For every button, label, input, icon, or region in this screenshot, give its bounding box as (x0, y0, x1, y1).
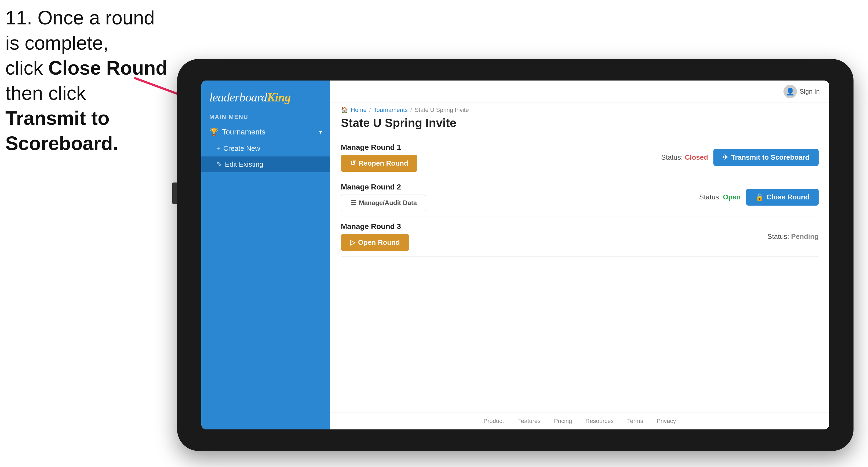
manage-audit-data-button[interactable]: ☰ Manage/Audit Data (341, 195, 426, 211)
sidebar-item-tournaments[interactable]: 🏆 Tournaments ▾ (201, 123, 330, 141)
footer-terms[interactable]: Terms (627, 417, 643, 425)
round-2-right: Status: Open 🔒 Close Round (699, 189, 818, 206)
main-menu-label: MAIN MENU (201, 111, 330, 123)
round-2-status: Status: Open (699, 193, 741, 201)
open-label: Open Round (358, 238, 400, 247)
tablet-screen: leaderboardKing MAIN MENU 🏆 Tournaments … (201, 81, 829, 429)
sidebar-logo: leaderboardKing (201, 81, 330, 111)
breadcrumb-home[interactable]: Home (351, 106, 367, 114)
home-icon: 🏠 (341, 106, 348, 114)
round-3-section: Manage Round 3 ▷ Open Round Status: Pend… (341, 217, 818, 257)
content-area: Manage Round 1 ↺ Reopen Round Status: Cl… (330, 135, 829, 412)
audit-label: Manage/Audit Data (359, 199, 417, 207)
trophy-icon: 🏆 (209, 127, 219, 136)
reopen-icon: ↺ (350, 159, 356, 167)
transmit-icon: ✈ (722, 153, 728, 162)
round-2-buttons: ☰ Manage/Audit Data (341, 195, 426, 211)
breadcrumb-sep-1: / (369, 106, 371, 114)
plus-icon: + (216, 145, 220, 152)
round-1-right: Status: Closed ✈ Transmit to Scoreboard (661, 149, 818, 166)
edit-icon: ✎ (216, 161, 222, 168)
edit-existing-label: Edit Existing (225, 160, 263, 168)
footer-product[interactable]: Product (484, 417, 504, 425)
main-content: 👤 Sign In 🏠 Home / Tournaments / State U… (330, 81, 829, 429)
round-1-buttons: ↺ Reopen Round (341, 155, 417, 172)
reopen-round-button[interactable]: ↺ Reopen Round (341, 155, 417, 172)
instruction-text: 11. Once a round is complete, click Clos… (5, 5, 172, 156)
round-3-title: Manage Round 3 (341, 222, 409, 231)
round-3-status-value: Pending (791, 232, 818, 241)
create-new-label: Create New (223, 145, 260, 153)
footer-features[interactable]: Features (517, 417, 540, 425)
transmit-label: Transmit to Scoreboard (731, 153, 809, 162)
round-2-section: Manage Round 2 ☰ Manage/Audit Data Statu… (341, 178, 818, 217)
round-2-title: Manage Round 2 (341, 183, 426, 191)
footer-resources[interactable]: Resources (585, 417, 614, 425)
round-2-left: Manage Round 2 ☰ Manage/Audit Data (341, 183, 426, 211)
round-1-title: Manage Round 1 (341, 143, 417, 152)
close-label: Close Round (767, 193, 809, 201)
breadcrumb-current: State U Spring Invite (415, 106, 469, 114)
user-icon: 👤 (786, 88, 795, 96)
sidebar-item-label: Tournaments (222, 128, 319, 136)
sidebar-item-create-new[interactable]: + Create New (201, 141, 330, 156)
footer-pricing[interactable]: Pricing (554, 417, 572, 425)
round-3-left: Manage Round 3 ▷ Open Round (341, 222, 409, 251)
round-1-section: Manage Round 1 ↺ Reopen Round Status: Cl… (341, 138, 818, 178)
sidebar-nav: 🏆 Tournaments ▾ + Create New ✎ Edit Exis… (201, 123, 330, 172)
close-icon: 🔒 (755, 193, 764, 201)
tablet-frame: leaderboardKing MAIN MENU 🏆 Tournaments … (177, 59, 854, 451)
round-1-status-value: Closed (685, 153, 708, 161)
chevron-down-icon: ▾ (319, 129, 322, 135)
reopen-label: Reopen Round (359, 159, 408, 167)
open-round-button[interactable]: ▷ Open Round (341, 234, 409, 251)
round-1-left: Manage Round 1 ↺ Reopen Round (341, 143, 417, 172)
sign-in-button[interactable]: 👤 Sign In (783, 85, 820, 98)
open-icon: ▷ (350, 238, 355, 247)
breadcrumb: 🏠 Home / Tournaments / State U Spring In… (330, 103, 829, 115)
breadcrumb-tournaments[interactable]: Tournaments (374, 106, 408, 114)
round-3-buttons: ▷ Open Round (341, 234, 409, 251)
page-title: State U Spring Invite (330, 115, 829, 135)
breadcrumb-sep-2: / (410, 106, 412, 114)
audit-icon: ☰ (350, 199, 356, 207)
top-bar: 👤 Sign In (330, 81, 829, 103)
close-round-button[interactable]: 🔒 Close Round (746, 189, 818, 206)
sign-in-label: Sign In (800, 88, 820, 95)
round-3-status: Status: Pending (767, 232, 818, 241)
round-1-status: Status: Closed (661, 153, 708, 162)
sidebar-item-edit-existing[interactable]: ✎ Edit Existing (201, 156, 330, 172)
footer: Product Features Pricing Resources Terms… (330, 412, 829, 429)
transmit-to-scoreboard-button[interactable]: ✈ Transmit to Scoreboard (713, 149, 818, 166)
footer-privacy[interactable]: Privacy (656, 417, 676, 425)
sidebar: leaderboardKing MAIN MENU 🏆 Tournaments … (201, 81, 330, 429)
round-2-status-value: Open (723, 193, 741, 201)
avatar: 👤 (783, 85, 797, 98)
round-3-right: Status: Pending (767, 232, 818, 241)
logo: leaderboardKing (209, 90, 322, 104)
app-layout: leaderboardKing MAIN MENU 🏆 Tournaments … (201, 81, 829, 429)
tablet-side-button (172, 183, 177, 204)
